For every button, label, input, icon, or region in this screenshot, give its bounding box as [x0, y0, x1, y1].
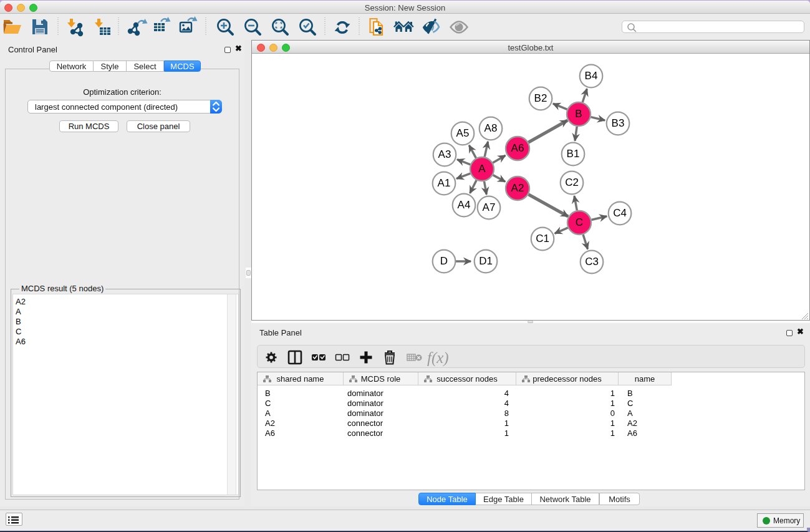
svg-text:A2: A2	[511, 182, 524, 194]
svg-text:C2: C2	[565, 177, 579, 188]
svg-text:A8: A8	[485, 122, 498, 134]
svg-text:B: B	[575, 108, 582, 120]
svg-text:C: C	[576, 216, 583, 228]
svg-text:B1: B1	[567, 148, 580, 160]
svg-text:A: A	[478, 163, 486, 175]
svg-text:C3: C3	[585, 256, 599, 268]
svg-text:D: D	[440, 255, 448, 267]
svg-text:B3: B3	[612, 117, 625, 129]
svg-text:A4: A4	[458, 199, 471, 211]
svg-text:B4: B4	[585, 70, 598, 82]
svg-text:A6: A6	[511, 142, 524, 154]
svg-text:B2: B2	[534, 92, 547, 104]
svg-text:A3: A3	[438, 148, 451, 160]
svg-text:A1: A1	[438, 177, 451, 189]
svg-text:A5: A5	[456, 127, 470, 139]
svg-text:D1: D1	[479, 255, 493, 267]
svg-text:A7: A7	[483, 201, 496, 213]
svg-text:f(x): f(x)	[427, 349, 449, 367]
svg-text:C1: C1	[536, 233, 549, 244]
svg-text:C4: C4	[613, 207, 627, 219]
